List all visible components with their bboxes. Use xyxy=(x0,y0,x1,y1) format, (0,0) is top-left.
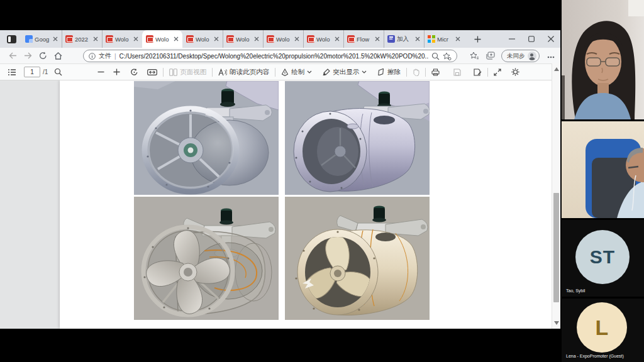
pen-icon xyxy=(281,69,289,76)
tab-strip: Goog 2022 Wolo Wolo xyxy=(0,30,560,48)
tab-teams-join[interactable]: 加入 xyxy=(384,30,424,48)
page-number-value: 1 xyxy=(30,69,34,75)
tab-close-icon[interactable] xyxy=(414,36,421,42)
vertical-scrollbar[interactable] xyxy=(552,63,560,329)
toc-button[interactable] xyxy=(5,65,19,79)
zoom-in-button[interactable] xyxy=(111,65,123,79)
pdf-toolbar: 1 /1 页 xyxy=(0,64,552,80)
profile-button[interactable]: 未同步 xyxy=(501,50,540,62)
tab-close-icon[interactable] xyxy=(52,36,58,42)
tab-close-icon[interactable] xyxy=(334,36,340,42)
collections-button[interactable] xyxy=(483,49,498,63)
participant-avatar-st[interactable]: ST Tao, Sybil xyxy=(562,220,644,297)
page-number-input[interactable]: 1 xyxy=(24,67,40,77)
browser-window: Goog 2022 Wolo Wolo xyxy=(0,30,560,329)
participant-name: Tao, Sybil xyxy=(566,288,585,293)
gear-icon xyxy=(511,68,519,76)
pdf-page xyxy=(60,80,552,329)
rotate-icon xyxy=(130,68,138,76)
toolbar-separator xyxy=(406,68,407,77)
erase-label: 擦除 xyxy=(387,68,401,77)
forward-button[interactable] xyxy=(20,49,35,63)
tab-microsoft[interactable]: Micr xyxy=(424,30,464,48)
tab-pdf-wolong-5[interactable]: Wolo xyxy=(303,30,343,48)
scrollbar-thumb[interactable] xyxy=(553,193,559,302)
zoom-page-icon[interactable] xyxy=(431,52,440,60)
tab-pdf-wolong-1[interactable]: Wolo xyxy=(102,30,142,48)
tab-google[interactable]: Goog xyxy=(21,30,62,48)
cad-thruster-closed-duct xyxy=(285,81,430,195)
save-as-button[interactable] xyxy=(471,65,484,79)
read-aloud-button[interactable]: 朗读此页内容 xyxy=(216,65,272,79)
tab-label: Wolo xyxy=(276,36,292,43)
pdf-icon xyxy=(267,35,274,43)
print-button[interactable] xyxy=(429,65,442,79)
tab-close-icon[interactable] xyxy=(253,36,260,42)
tab-close-icon[interactable] xyxy=(374,36,380,42)
fullscreen-button[interactable] xyxy=(491,65,504,79)
favorites-bar-button[interactable] xyxy=(467,49,482,63)
tab-close-icon[interactable] xyxy=(92,36,99,42)
home-button[interactable] xyxy=(50,49,65,63)
tab-close-icon[interactable] xyxy=(294,36,300,42)
url-box[interactable]: 文件 | C:/Users/202106311/Desktop/Spec/Wol… xyxy=(83,50,457,62)
window-controls xyxy=(502,30,560,48)
close-icon xyxy=(548,36,554,42)
tab-close-icon[interactable] xyxy=(455,36,461,42)
tab-label: Flow xyxy=(357,36,372,43)
tab-pdf-wolong-active[interactable]: Wolo xyxy=(142,30,182,48)
save-button[interactable] xyxy=(451,65,464,79)
tab-close-icon[interactable] xyxy=(173,36,179,42)
pdf-icon xyxy=(106,35,113,43)
page-count-label: /1 xyxy=(43,69,48,75)
highlight-button[interactable]: 突出显示 xyxy=(319,65,369,79)
tab-pdf-wolong-3[interactable]: Wolo xyxy=(223,30,263,48)
zoom-out-button[interactable] xyxy=(95,65,107,79)
read-aloud-icon xyxy=(218,69,227,76)
cad-thruster-transparent-propeller xyxy=(134,197,279,320)
draw-button[interactable]: 绘制 xyxy=(279,65,314,79)
pdf-icon xyxy=(146,35,153,43)
plus-icon xyxy=(474,36,481,43)
settings-more-button[interactable] xyxy=(543,50,558,64)
minimize-icon xyxy=(509,36,515,42)
toolbar-separator xyxy=(487,68,488,77)
tab-pdf-flow[interactable]: Flow xyxy=(343,30,384,48)
fit-to-width-button[interactable] xyxy=(145,65,160,79)
toolbar-separator xyxy=(275,68,275,77)
toolbar-separator xyxy=(425,68,426,77)
tab-actions-button[interactable] xyxy=(4,33,19,45)
minimize-button[interactable] xyxy=(502,30,521,48)
back-button[interactable] xyxy=(5,49,20,63)
search-document-button[interactable] xyxy=(52,65,65,79)
favorites-icon xyxy=(470,52,479,60)
page-view-button[interactable]: 页面视图 xyxy=(167,65,209,79)
favorite-star-icon[interactable] xyxy=(443,52,452,60)
search-icon xyxy=(54,68,62,76)
erase-button[interactable]: 擦除 xyxy=(374,65,403,79)
pdf-icon xyxy=(307,35,314,43)
pdf-icon xyxy=(65,35,73,43)
tab-close-icon[interactable] xyxy=(133,36,139,42)
scroll-up-icon[interactable] xyxy=(554,67,559,71)
tab-pdf-2022[interactable]: 2022 xyxy=(62,30,102,48)
tab-label: Wolo xyxy=(236,36,252,43)
pdf-icon xyxy=(186,35,194,43)
tab-pdf-wolong-2[interactable]: Wolo xyxy=(182,30,223,48)
participant-video-2[interactable] xyxy=(562,121,644,218)
info-icon xyxy=(89,53,96,60)
participant-video-1[interactable] xyxy=(562,0,644,119)
pdf-settings-button[interactable] xyxy=(509,65,522,79)
tab-close-icon[interactable] xyxy=(213,36,219,42)
avatar-initials: L xyxy=(596,315,609,340)
tab-pdf-wolong-4[interactable]: Wolo xyxy=(263,30,303,48)
new-tab-button[interactable] xyxy=(470,33,484,45)
refresh-button[interactable] xyxy=(35,49,50,63)
scroll-down-icon[interactable] xyxy=(554,321,559,325)
close-window-button[interactable] xyxy=(541,30,560,48)
hand-tool-button[interactable] xyxy=(410,65,422,79)
rotate-button[interactable] xyxy=(128,65,141,79)
maximize-button[interactable] xyxy=(521,30,541,48)
participant-avatar-lena[interactable]: L Lena - ExpoPromoter (Guest) xyxy=(562,299,644,362)
teams-icon xyxy=(387,35,395,43)
